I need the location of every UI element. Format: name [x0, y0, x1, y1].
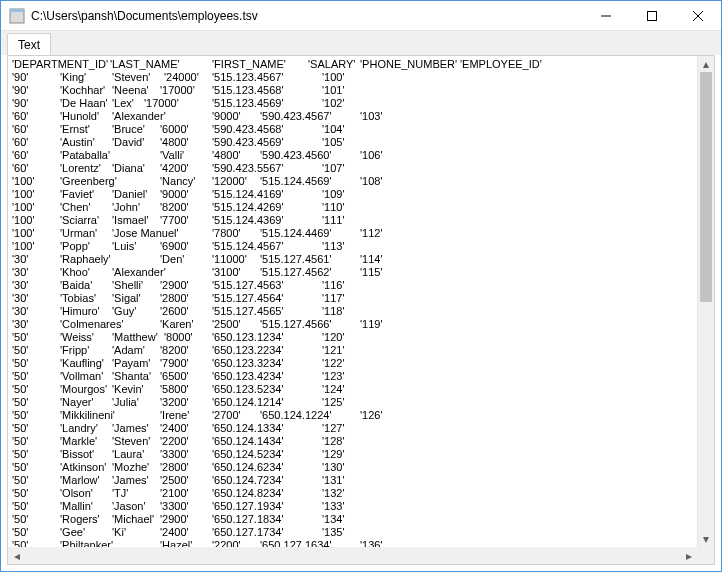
cell: 'Shelli' — [112, 279, 143, 292]
cell: '50' — [12, 461, 28, 474]
table-row: '50''Landry''James''2400''650.124.1334''… — [12, 422, 693, 435]
table-row: '50''Vollman''Shanta''6500''650.123.4234… — [12, 370, 693, 383]
cell: '125' — [322, 396, 345, 409]
cell: '117' — [322, 292, 345, 305]
cell: 'King' — [60, 71, 86, 84]
cell: '515.123.4569' — [212, 97, 284, 110]
table-row: '60''Ernst''Bruce''6000''590.423.4568''1… — [12, 123, 693, 136]
cell: '30' — [12, 279, 28, 292]
cell: '123' — [322, 370, 345, 383]
cell: '650.127.1634' — [260, 539, 332, 547]
cell: 'Greenberg' — [60, 175, 117, 188]
cell: 'Sciarra' — [60, 214, 99, 227]
column-header: 'DEPARTMENT_ID' — [12, 58, 108, 71]
svg-rect-3 — [648, 11, 657, 20]
cell: 'Julia' — [112, 396, 139, 409]
cell: '650.127.1934' — [212, 500, 284, 513]
cell: '12000' — [212, 175, 247, 188]
cell: '650.123.3234' — [212, 357, 284, 370]
cell: '105' — [322, 136, 345, 149]
maximize-button[interactable] — [629, 1, 675, 30]
cell: 'Laura' — [112, 448, 144, 461]
cell: '60' — [12, 110, 28, 123]
cell: 'Kevin' — [112, 383, 144, 396]
cell: 'Pataballa' — [60, 149, 110, 162]
cell: '119' — [360, 318, 383, 331]
horizontal-scrollbar[interactable]: ◂ ▸ — [8, 547, 697, 564]
scroll-up-icon[interactable]: ▴ — [698, 56, 714, 72]
cell: '30' — [12, 253, 28, 266]
cell: 'Austin' — [60, 136, 95, 149]
cell: 'Den' — [160, 253, 184, 266]
cell: '515.127.4561' — [260, 253, 332, 266]
column-header: 'LAST_NAME' — [110, 58, 180, 71]
cell: 'Ernst' — [60, 123, 90, 136]
cell: 'Lex' — [112, 97, 134, 110]
cell: '100' — [12, 240, 35, 253]
cell: '2400' — [160, 526, 189, 539]
cell: '4200' — [160, 162, 189, 175]
vertical-scroll-thumb[interactable] — [700, 72, 712, 302]
tab-text[interactable]: Text — [7, 33, 51, 56]
cell: '109' — [322, 188, 345, 201]
cell: 'Hunold' — [60, 110, 99, 123]
cell: '128' — [322, 435, 345, 448]
header-row: 'DEPARTMENT_ID''LAST_NAME''FIRST_NAME''S… — [12, 58, 693, 71]
cell: 'Kochhar' — [60, 84, 105, 97]
cell: '50' — [12, 487, 28, 500]
table-row: '30''Raphaely''Den''11000''515.127.4561'… — [12, 253, 693, 266]
cell: '130' — [322, 461, 345, 474]
cell: 'Mozhe' — [112, 461, 149, 474]
cell: 'Faviet' — [60, 188, 94, 201]
cell: 'Guy' — [112, 305, 136, 318]
cell: '2500' — [212, 318, 241, 331]
cell: 'David' — [112, 136, 144, 149]
text-content[interactable]: 'DEPARTMENT_ID''LAST_NAME''FIRST_NAME''S… — [8, 56, 697, 547]
scroll-left-icon[interactable]: ◂ — [8, 547, 25, 564]
cell: '650.123.5234' — [212, 383, 284, 396]
cell: '6900' — [160, 240, 189, 253]
cell: '50' — [12, 474, 28, 487]
vertical-scrollbar[interactable]: ▴ ▾ — [697, 56, 714, 547]
table-row: '60''Austin''David''4800''590.423.4569''… — [12, 136, 693, 149]
cell: '2800' — [160, 292, 189, 305]
cell: 'Colmenares' — [60, 318, 124, 331]
cell: '60' — [12, 123, 28, 136]
cell: '50' — [12, 357, 28, 370]
cell: 'Irene' — [160, 409, 189, 422]
cell: '515.123.4568' — [212, 84, 284, 97]
minimize-button[interactable] — [583, 1, 629, 30]
cell: '136' — [360, 539, 383, 547]
cell: '17000' — [160, 84, 195, 97]
cell: '3200' — [160, 396, 189, 409]
cell: '101' — [322, 84, 345, 97]
cell: '650.124.1214' — [212, 396, 284, 409]
close-button[interactable] — [675, 1, 721, 30]
cell: '100' — [322, 71, 345, 84]
cell: '650.124.1434' — [212, 435, 284, 448]
cell: '135' — [322, 526, 345, 539]
cell: '30' — [12, 305, 28, 318]
cell: 'Jason' — [112, 500, 146, 513]
cell: '650.124.1334' — [212, 422, 284, 435]
cell: 'Fripp' — [60, 344, 89, 357]
cell: '111' — [322, 214, 345, 227]
cell: '102' — [322, 97, 345, 110]
cell: 'Chen' — [60, 201, 91, 214]
cell: '131' — [322, 474, 345, 487]
cell: 'Philtanker' — [60, 539, 113, 547]
scroll-down-icon[interactable]: ▾ — [698, 531, 714, 547]
cell: '122' — [322, 357, 345, 370]
cell: '8000' — [164, 331, 193, 344]
cell: '650.124.8234' — [212, 487, 284, 500]
cell: '515.127.4563' — [212, 279, 284, 292]
table-row: '50''Olson''TJ''2100''650.124.8234''132' — [12, 487, 693, 500]
cell: '515.124.4567' — [212, 240, 284, 253]
table-row: '50''Philtanker''Hazel''2200''650.127.16… — [12, 539, 693, 547]
column-header: 'SALARY' — [308, 58, 355, 71]
scroll-right-icon[interactable]: ▸ — [680, 547, 697, 564]
table-row: '50''Weiss''Matthew''8000''650.123.1234'… — [12, 331, 693, 344]
cell: '2200' — [160, 435, 189, 448]
cell: 'Mourgos' — [60, 383, 107, 396]
cell: '60' — [12, 162, 28, 175]
